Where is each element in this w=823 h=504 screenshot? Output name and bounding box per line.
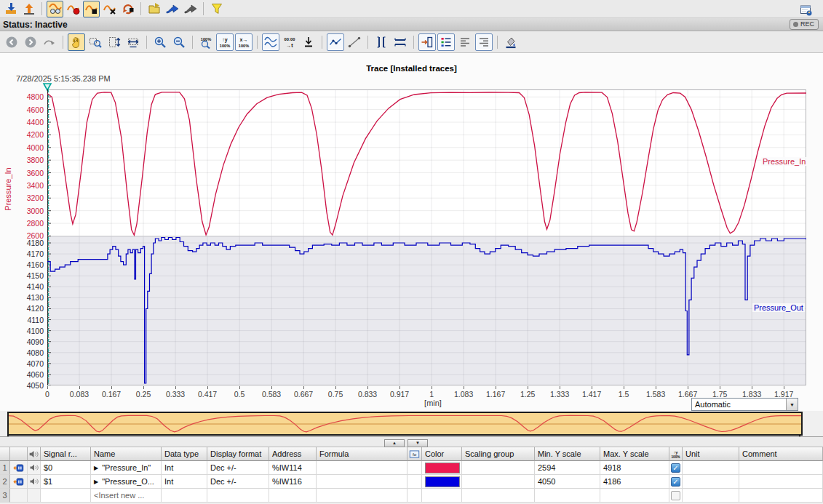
- auto-scale-checkbox[interactable]: [671, 491, 680, 500]
- zoom-area-icon[interactable]: [87, 33, 104, 51]
- cell-address[interactable]: [269, 489, 317, 503]
- cell-format[interactable]: [207, 489, 269, 503]
- forward-icon[interactable]: [22, 33, 39, 51]
- repeat-measurement-icon[interactable]: [119, 1, 136, 17]
- cell-address[interactable]: %IW116: [269, 475, 317, 489]
- cell-address[interactable]: %IW114: [269, 461, 317, 475]
- zoom-vertical-icon[interactable]: [106, 33, 123, 51]
- color-swatch[interactable]: [425, 476, 460, 487]
- cell-min[interactable]: 4050: [535, 475, 600, 489]
- record-trace-icon[interactable]: [65, 1, 81, 17]
- time-format-icon[interactable]: 00:00→t: [281, 33, 298, 51]
- monitor-onoff-icon[interactable]: [47, 1, 63, 17]
- properties-window-icon[interactable]: [798, 1, 814, 18]
- cell-comment[interactable]: [739, 489, 823, 503]
- zoom-out-icon[interactable]: [170, 33, 188, 51]
- pan-icon[interactable]: [68, 33, 85, 51]
- cell-max[interactable]: 4918: [600, 461, 669, 475]
- cell-signal[interactable]: $1: [41, 475, 91, 489]
- transfer-trace-icon[interactable]: [164, 1, 180, 17]
- cell-auto[interactable]: ✓: [669, 461, 683, 475]
- svg-text:fo: fo: [413, 452, 417, 457]
- cell-auto[interactable]: ✓: [669, 475, 683, 489]
- cell-min[interactable]: 2594: [535, 461, 600, 475]
- chart-title: Trace [Installed traces]: [0, 64, 823, 73]
- x-tick-label: 1.833: [736, 386, 768, 399]
- cell-color[interactable]: [422, 461, 462, 475]
- cell-auto[interactable]: [669, 489, 683, 503]
- cell-signal[interactable]: [41, 489, 91, 503]
- cell-scaling[interactable]: [462, 475, 535, 489]
- auto-scale-checkbox[interactable]: ✓: [671, 477, 680, 487]
- scale-y-100-icon[interactable]: ↑y100%: [216, 33, 234, 51]
- cell-max[interactable]: 4186: [600, 475, 669, 489]
- chevron-down-icon[interactable]: ▼: [786, 399, 798, 410]
- time-offset-icon[interactable]: [300, 33, 317, 51]
- cell-unit[interactable]: [683, 475, 739, 489]
- background-color-icon[interactable]: [502, 33, 520, 51]
- cell-comment[interactable]: [739, 475, 823, 489]
- cell-datatype[interactable]: Int: [162, 461, 207, 475]
- cell-formula[interactable]: [317, 475, 407, 489]
- cell-format[interactable]: Dec +/-: [207, 461, 269, 475]
- fit-curves-icon[interactable]: [262, 33, 279, 51]
- align-left-icon[interactable]: [456, 33, 474, 51]
- restore-view-icon[interactable]: [41, 33, 58, 51]
- trace-plot[interactable]: [47, 89, 806, 385]
- cell-plug: [10, 489, 28, 503]
- cell-color[interactable]: [422, 475, 462, 489]
- scale-x-100-icon[interactable]: x→100%: [235, 33, 253, 51]
- zoom-in-icon[interactable]: [151, 33, 169, 51]
- cell-scaling[interactable]: [462, 489, 535, 503]
- auto-scale-checkbox[interactable]: ✓: [671, 463, 680, 473]
- zoom-horizontal-icon[interactable]: [124, 33, 142, 51]
- cell-min[interactable]: [535, 489, 600, 503]
- splitter-down-button[interactable]: ▼: [407, 439, 428, 447]
- legend-icon[interactable]: [437, 33, 455, 51]
- cell-unit[interactable]: [683, 461, 739, 475]
- cell-formula[interactable]: [317, 461, 407, 475]
- y-tick-label: 3400: [13, 181, 44, 190]
- cell-datatype[interactable]: [162, 489, 207, 503]
- zoom-100-icon[interactable]: 100%: [197, 33, 215, 51]
- horizontal-cursors-icon[interactable]: [391, 33, 409, 51]
- cell-max[interactable]: [600, 489, 669, 503]
- move-view-icon[interactable]: [418, 33, 436, 51]
- delete-trace-icon[interactable]: [101, 1, 118, 17]
- samples-icon[interactable]: [327, 33, 344, 51]
- back-icon[interactable]: [3, 33, 20, 51]
- cell-name[interactable]: ▶"Pressure_O...: [91, 475, 162, 489]
- svg-text:x→: x→: [240, 37, 248, 42]
- stop-recording-icon[interactable]: [83, 1, 100, 17]
- trace-label-pressure-in: Pressure_In: [761, 157, 807, 166]
- cell-datatype[interactable]: Int: [162, 475, 207, 489]
- cell-fo[interactable]: [407, 475, 422, 489]
- color-swatch[interactable]: [425, 463, 460, 473]
- cell-fo[interactable]: [407, 489, 422, 503]
- splitter-up-button[interactable]: ▲: [384, 439, 405, 447]
- time-axis-mode-dropdown[interactable]: Automatic ▼: [691, 398, 798, 411]
- cell-signal[interactable]: $0: [41, 461, 91, 475]
- upload-trace-icon[interactable]: [20, 1, 37, 17]
- cell-fo[interactable]: [407, 461, 422, 475]
- status-bar: Status: Inactive REC: [0, 18, 823, 31]
- expand-arrow-icon[interactable]: ▶: [94, 465, 98, 471]
- cell-name[interactable]: <Insert new ...: [91, 489, 162, 503]
- cell-unit[interactable]: [683, 489, 739, 503]
- cell-name[interactable]: ▶"Pressure_In": [91, 461, 162, 475]
- align-right-icon[interactable]: [475, 33, 493, 51]
- expand-arrow-icon[interactable]: ▶: [94, 479, 98, 485]
- filter-icon[interactable]: [208, 1, 225, 17]
- x-tick-label: 1.917: [768, 386, 800, 399]
- export-trace-icon[interactable]: [146, 1, 162, 17]
- cell-color[interactable]: [422, 489, 462, 503]
- interpolation-icon[interactable]: [346, 33, 363, 51]
- download-trace-icon[interactable]: [2, 1, 19, 17]
- y-tick-label: 4070: [13, 359, 44, 368]
- cell-formula[interactable]: [317, 489, 407, 503]
- cell-scaling[interactable]: [462, 461, 535, 475]
- transfer-trace-alt-icon[interactable]: [182, 1, 199, 17]
- vertical-cursors-icon[interactable]: [373, 33, 390, 51]
- cell-comment[interactable]: [739, 461, 823, 475]
- cell-format[interactable]: Dec +/-: [207, 475, 269, 489]
